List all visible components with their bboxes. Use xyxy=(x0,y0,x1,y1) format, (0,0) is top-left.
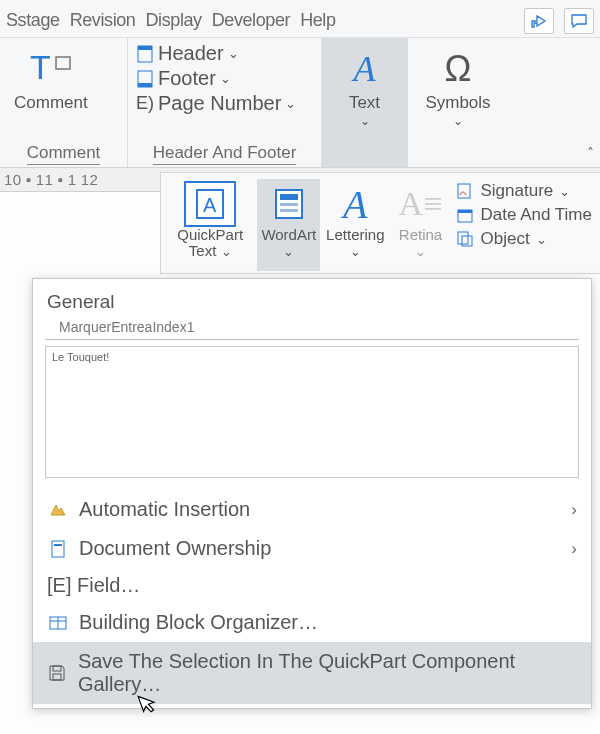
menu-sstage[interactable]: Sstage xyxy=(2,8,64,33)
date-time-button[interactable]: Date And Time xyxy=(456,205,592,225)
svg-rect-23 xyxy=(53,674,61,680)
quickpart-dropdown-panel: General MarquerEntreaIndex1 Le Touquet! … xyxy=(32,278,592,709)
auto-insert-icon xyxy=(47,501,69,519)
auto-insertion-label: Automatic Insertion xyxy=(79,498,250,521)
share-button[interactable] xyxy=(524,8,554,34)
wordart-icon xyxy=(263,181,315,227)
page-number-label: Page Number xyxy=(158,92,281,115)
chevron-down-icon: ⌄ xyxy=(220,71,231,86)
page-number-prefix: E) xyxy=(136,93,154,114)
omega-icon: Ω xyxy=(445,46,472,92)
save-selection-menuitem[interactable]: Save The Selection In The QuickPart Comp… xyxy=(33,642,591,704)
text-tools-popout: A QuickPart Text ⌄ WordArt⌄ A Lettering⌄… xyxy=(160,172,600,274)
ribbon: T Comment Comment Header ⌄ xyxy=(0,38,600,168)
save-selection-label: Save The Selection In The QuickPart Comp… xyxy=(78,650,577,696)
share-icon xyxy=(531,14,547,28)
chevron-right-icon: › xyxy=(571,500,577,520)
menu-bar-left: Sstage Revision Display Developer Help xyxy=(2,8,524,33)
header-footer-group-label: Header And Footer xyxy=(136,141,313,165)
collapse-ribbon-button[interactable]: ˄ xyxy=(587,145,594,161)
object-button[interactable]: Object ⌄ xyxy=(456,229,592,249)
quickpart-label: QuickPart Text ⌄ xyxy=(169,227,251,259)
doc-owner-icon xyxy=(47,540,69,558)
signature-icon xyxy=(456,183,474,199)
chevron-right-icon: › xyxy=(571,539,577,559)
svg-rect-22 xyxy=(53,666,61,671)
comment-label: Comment xyxy=(14,94,88,112)
ribbon-group-header-footer: Header ⌄ Footer ⌄ E) Page Number ⌄ Heade… xyxy=(128,38,322,167)
quickpart-icon: A xyxy=(184,181,236,227)
speech-bubble-icon xyxy=(571,14,587,28)
svg-rect-17 xyxy=(52,541,64,557)
svg-rect-10 xyxy=(280,203,298,206)
panel-section-general: General xyxy=(33,279,591,319)
lettering-icon: A xyxy=(329,181,381,227)
comment-icon: T xyxy=(28,46,74,92)
svg-rect-1 xyxy=(56,57,70,69)
retina-icon: A≡ xyxy=(394,181,446,227)
svg-rect-3 xyxy=(138,46,152,50)
text-a-icon: A xyxy=(354,46,376,92)
object-icon xyxy=(456,231,474,247)
svg-rect-14 xyxy=(458,210,472,213)
comment-bubble-button[interactable] xyxy=(564,8,594,34)
chevron-down-icon: ⌄ xyxy=(285,96,296,111)
document-ownership-menuitem[interactable]: Document Ownership › xyxy=(33,529,591,568)
retina-button[interactable]: A≡ Retina⌄ xyxy=(390,179,450,271)
panel-entry-name[interactable]: MarquerEntreaIndex1 xyxy=(45,319,579,340)
header-label: Header xyxy=(158,42,224,65)
svg-rect-18 xyxy=(54,544,62,546)
lettering-button[interactable]: A Lettering⌄ xyxy=(322,179,388,271)
lettering-label: Lettering⌄ xyxy=(326,227,384,259)
wordart-button[interactable]: WordArt⌄ xyxy=(257,179,320,271)
panel-preview-box[interactable]: Le Touquet! xyxy=(45,346,579,478)
save-icon xyxy=(47,664,68,682)
organizer-icon xyxy=(47,614,69,632)
chevron-down-icon: ⌄ xyxy=(536,232,547,247)
svg-text:T: T xyxy=(30,49,51,86)
chevron-down-icon: ⌄ xyxy=(453,114,463,128)
chevron-down-icon: ⌄ xyxy=(559,184,570,199)
wordart-label: WordArt⌄ xyxy=(261,227,316,259)
menu-developer[interactable]: Developer xyxy=(208,8,294,33)
text-button[interactable]: A Text ⌄ xyxy=(343,42,386,132)
quickpart-button[interactable]: A QuickPart Text ⌄ xyxy=(165,179,255,271)
retina-label: Retina⌄ xyxy=(399,227,442,259)
field-menuitem[interactable]: [E] Field… xyxy=(33,568,591,603)
menu-bar: Sstage Revision Display Developer Help xyxy=(0,0,600,38)
building-block-organizer-label: Building Block Organizer… xyxy=(79,611,318,634)
menu-display[interactable]: Display xyxy=(141,8,205,33)
ribbon-group-comment: T Comment Comment xyxy=(0,38,128,167)
symbols-label: Symbols xyxy=(425,94,490,112)
svg-rect-15 xyxy=(458,232,468,244)
document-ownership-label: Document Ownership xyxy=(79,537,271,560)
svg-rect-11 xyxy=(280,209,298,212)
footer-label: Footer xyxy=(158,67,216,90)
menu-help[interactable]: Help xyxy=(296,8,339,33)
date-time-label: Date And Time xyxy=(480,205,592,225)
menu-revision[interactable]: Revision xyxy=(66,8,140,33)
building-block-organizer-menuitem[interactable]: Building Block Organizer… xyxy=(33,603,591,642)
signature-label: Signature xyxy=(480,181,553,201)
object-label: Object xyxy=(480,229,529,249)
calendar-icon xyxy=(456,207,474,223)
comment-group-label: Comment xyxy=(8,141,119,165)
page-number-button[interactable]: E) Page Number ⌄ xyxy=(136,92,296,115)
svg-text:A: A xyxy=(203,194,217,216)
menu-bar-right xyxy=(524,8,594,34)
auto-insertion-menuitem[interactable]: Automatic Insertion › xyxy=(33,490,591,529)
text-label: Text xyxy=(349,94,380,112)
svg-rect-9 xyxy=(280,194,298,200)
svg-rect-5 xyxy=(138,83,152,87)
signature-button[interactable]: Signature ⌄ xyxy=(456,181,592,201)
chevron-down-icon: ⌄ xyxy=(360,114,370,128)
chevron-down-icon: ⌄ xyxy=(228,46,239,61)
ribbon-group-symbols: Ω Symbols ⌄ xyxy=(408,38,508,167)
text-tools-right-column: Signature ⌄ Date And Time Object ⌄ xyxy=(452,179,596,271)
header-button[interactable]: Header ⌄ xyxy=(136,42,296,65)
footer-button[interactable]: Footer ⌄ xyxy=(136,67,296,90)
comment-button[interactable]: T Comment xyxy=(8,42,94,116)
svg-rect-12 xyxy=(458,184,470,198)
footer-icon xyxy=(136,70,154,88)
symbols-button[interactable]: Ω Symbols ⌄ xyxy=(419,42,496,132)
